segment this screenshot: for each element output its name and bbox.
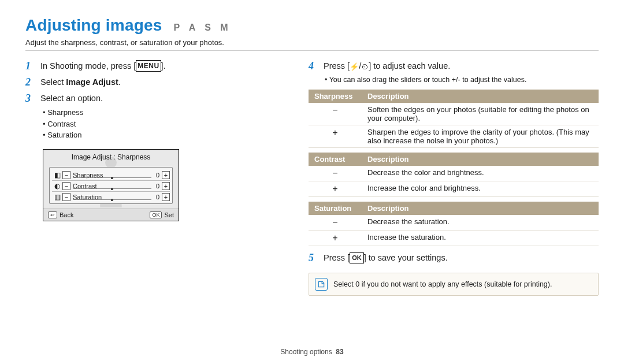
table-row: + Increase the saturation.: [309, 231, 599, 246]
text: Select: [40, 77, 66, 87]
desc: Increase the color and brightness.: [362, 181, 599, 197]
desc: Sharpen the edges to improve the clarity…: [362, 125, 599, 148]
desc: Decrease the saturation.: [362, 215, 599, 231]
desc: Increase the saturation.: [362, 231, 599, 246]
step-number: 2: [25, 76, 35, 89]
right-column: 4 Press [⚡/⏲] to adjust each value. You …: [309, 57, 599, 296]
back-control[interactable]: ↩ Back: [48, 211, 73, 218]
sharpness-icon: ◧: [52, 171, 62, 179]
tip-box: Select 0 if you do not want to apply any…: [309, 273, 599, 296]
sign: −: [309, 166, 362, 181]
saturation-icon: ▥: [52, 193, 62, 201]
ok-label: Set: [164, 211, 174, 218]
title-row: Adjusting images P A S M: [25, 16, 599, 35]
plus-button[interactable]: +: [162, 171, 170, 179]
minus-button[interactable]: −: [62, 171, 70, 179]
sharpness-table: Sharpness Description − Soften the edges…: [309, 90, 599, 148]
col-description: Description: [362, 202, 599, 215]
step-number: 4: [309, 60, 318, 73]
slider-thumb[interactable]: [111, 177, 113, 179]
step-number: 3: [25, 92, 35, 105]
step-number: 1: [25, 60, 35, 73]
back-icon: ↩: [48, 211, 57, 218]
mode-badges: P A S M: [174, 23, 232, 33]
step-text: In Shooting mode, press [MENU].: [40, 60, 166, 73]
divider: [25, 50, 599, 51]
slider-thumb[interactable]: [111, 188, 113, 190]
slider-label: Sharpness: [70, 172, 154, 179]
menu-button-icon: MENU: [136, 60, 161, 72]
text: .: [118, 77, 121, 87]
section-name: Shooting options: [280, 348, 332, 356]
table-header-row: Saturation Description: [309, 202, 599, 215]
plus-button[interactable]: +: [162, 193, 170, 201]
step-text: Press [OK] to save your settings.: [324, 252, 448, 265]
option-item: Sharpness: [43, 107, 285, 118]
table-header-row: Sharpness Description: [309, 90, 599, 103]
page-footer: Shooting options 83: [0, 348, 624, 356]
text: ] to save your settings.: [364, 253, 448, 262]
back-label: Back: [60, 211, 73, 218]
option-item: Contrast: [43, 118, 285, 130]
minus-button[interactable]: −: [62, 182, 70, 190]
table-row: − Decrease the color and brightness.: [309, 166, 599, 181]
contrast-icon: ◐: [52, 182, 62, 190]
columns: 1 In Shooting mode, press [MENU]. 2 Sele…: [25, 57, 599, 296]
timer-icon: ⏲: [361, 61, 369, 73]
text: ] to adjust each value.: [369, 61, 450, 70]
contrast-table: Contrast Description − Decrease the colo…: [309, 153, 599, 197]
step-2: 2 Select Image Adjust.: [25, 76, 285, 89]
option-list: Sharpness Contrast Saturation: [43, 107, 285, 141]
page: Adjusting images P A S M Adjust the shar…: [0, 0, 624, 364]
ok-control[interactable]: OK Set: [150, 211, 174, 218]
plus-button[interactable]: +: [162, 182, 170, 190]
table-row: + Increase the color and brightness.: [309, 181, 599, 197]
option-item: Saturation: [43, 129, 285, 141]
ok-icon: OK: [150, 211, 162, 218]
page-number: 83: [336, 348, 343, 356]
text: In Shooting mode, press [: [40, 61, 136, 70]
flash-icon: ⚡: [350, 61, 359, 73]
slider-value: 0: [154, 194, 162, 200]
slider-panel: ◧ − Sharpness 0 + ◐ − Contrast 0 + ▥: [49, 167, 173, 204]
col-contrast: Contrast: [309, 153, 362, 166]
tip-text: Select 0 if you do not want to apply any…: [333, 280, 552, 288]
sign: −: [309, 103, 362, 125]
step-4: 4 Press [⚡/⏲] to adjust each value.: [309, 60, 599, 73]
note-text: You can also drag the sliders or touch +…: [325, 75, 599, 86]
col-sharpness: Sharpness: [309, 90, 362, 103]
screen-title: Image Adjust : Sharpness: [43, 150, 179, 167]
text: ].: [161, 61, 166, 70]
sign: +: [309, 125, 362, 148]
step-text: Select Image Adjust.: [40, 76, 121, 89]
sign: +: [309, 181, 362, 197]
slider-value: 0: [154, 183, 162, 190]
page-title: Adjusting images: [25, 16, 162, 35]
table-row: − Decrease the saturation.: [309, 215, 599, 231]
step-1: 1 In Shooting mode, press [MENU].: [25, 60, 285, 73]
camera-screen: Image Adjust : Sharpness ◧ − Sharpness 0…: [43, 149, 179, 221]
step-4-note: You can also drag the sliders or touch +…: [325, 75, 599, 86]
sign: +: [309, 231, 362, 246]
step-number: 5: [309, 252, 318, 265]
slider-thumb[interactable]: [111, 199, 113, 201]
menu-name: Image Adjust: [66, 77, 118, 87]
col-description: Description: [362, 153, 599, 166]
screen-footer: ↩ Back OK Set: [43, 209, 179, 221]
table-row: − Soften the edges on your photos (suita…: [309, 103, 599, 125]
step-text: Select an option.: [40, 92, 103, 105]
minus-button[interactable]: −: [62, 193, 70, 201]
slider-value: 0: [154, 172, 162, 179]
step-text: Press [⚡/⏲] to adjust each value.: [324, 60, 450, 73]
desc: Decrease the color and brightness.: [362, 166, 599, 181]
desc: Soften the edges on your photos (suitabl…: [362, 103, 599, 125]
text: Press [: [324, 61, 350, 70]
saturation-table: Saturation Description − Decrease the sa…: [309, 202, 599, 246]
ok-button-icon: OK: [350, 252, 364, 263]
note-icon: [315, 278, 328, 291]
slider-row-saturation: ▥ − Saturation 0 +: [52, 191, 170, 202]
subtitle: Adjust the sharpness, contrast, or satur…: [25, 38, 599, 47]
col-description: Description: [362, 90, 599, 103]
slider-row-contrast: ◐ − Contrast 0 +: [52, 180, 170, 191]
step-5: 5 Press [OK] to save your settings.: [309, 252, 599, 265]
